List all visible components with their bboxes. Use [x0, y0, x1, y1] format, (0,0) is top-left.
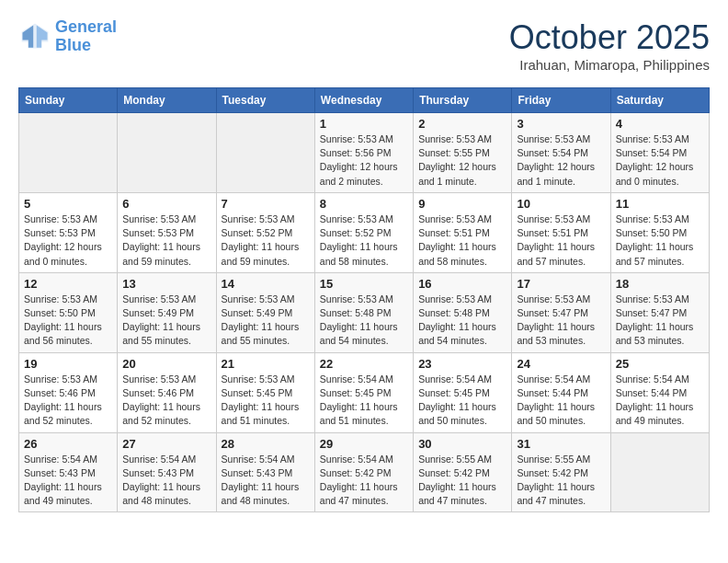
day-number: 29 [320, 437, 408, 451]
day-info: Sunrise: 5:54 AMSunset: 5:44 PMDaylight:… [517, 373, 605, 429]
calendar-week-row: 1Sunrise: 5:53 AMSunset: 5:56 PMDaylight… [19, 113, 710, 193]
day-number: 23 [418, 357, 506, 371]
day-info: Sunrise: 5:53 AMSunset: 5:45 PMDaylight:… [222, 373, 310, 429]
day-info: Sunrise: 5:53 AMSunset: 5:49 PMDaylight:… [222, 293, 310, 349]
day-number: 17 [517, 277, 605, 291]
calendar-day-cell: 27Sunrise: 5:54 AMSunset: 5:43 PMDayligh… [118, 432, 216, 512]
calendar-day-cell: 15Sunrise: 5:53 AMSunset: 5:48 PMDayligh… [314, 272, 413, 352]
day-of-week-header: Monday [118, 88, 216, 113]
calendar-week-row: 19Sunrise: 5:53 AMSunset: 5:46 PMDayligh… [19, 352, 710, 432]
day-info: Sunrise: 5:53 AMSunset: 5:48 PMDaylight:… [320, 293, 408, 349]
day-info: Sunrise: 5:53 AMSunset: 5:53 PMDaylight:… [24, 213, 112, 269]
day-number: 31 [517, 437, 605, 451]
calendar-day-cell: 19Sunrise: 5:53 AMSunset: 5:46 PMDayligh… [19, 352, 118, 432]
day-info: Sunrise: 5:54 AMSunset: 5:43 PMDaylight:… [222, 453, 310, 509]
day-info: Sunrise: 5:53 AMSunset: 5:55 PMDaylight:… [418, 132, 506, 189]
day-number: 21 [222, 357, 310, 371]
location: Irahuan, Mimaropa, Philippines [509, 57, 710, 73]
day-info: Sunrise: 5:53 AMSunset: 5:54 PMDaylight:… [616, 132, 704, 189]
calendar-day-cell: 16Sunrise: 5:53 AMSunset: 5:48 PMDayligh… [414, 272, 512, 352]
day-info: Sunrise: 5:53 AMSunset: 5:53 PMDaylight:… [122, 213, 210, 269]
calendar-day-cell: 9Sunrise: 5:53 AMSunset: 5:51 PMDaylight… [414, 192, 512, 272]
day-number: 22 [320, 357, 408, 371]
day-number: 4 [616, 117, 704, 131]
day-info: Sunrise: 5:53 AMSunset: 5:46 PMDaylight:… [24, 373, 112, 429]
calendar-day-cell: 6Sunrise: 5:53 AMSunset: 5:53 PMDaylight… [118, 192, 216, 272]
calendar-week-row: 26Sunrise: 5:54 AMSunset: 5:43 PMDayligh… [19, 432, 710, 512]
day-info: Sunrise: 5:54 AMSunset: 5:45 PMDaylight:… [320, 373, 408, 429]
calendar-day-cell: 13Sunrise: 5:53 AMSunset: 5:49 PMDayligh… [118, 272, 216, 352]
day-number: 7 [222, 197, 310, 211]
day-number: 10 [517, 197, 605, 211]
calendar-empty-cell [118, 113, 216, 193]
day-number: 16 [418, 277, 506, 291]
day-info: Sunrise: 5:54 AMSunset: 5:43 PMDaylight:… [24, 453, 112, 509]
day-number: 3 [517, 117, 605, 131]
day-number: 15 [320, 277, 408, 291]
day-info: Sunrise: 5:53 AMSunset: 5:50 PMDaylight:… [24, 293, 112, 349]
calendar-day-cell: 2Sunrise: 5:53 AMSunset: 5:55 PMDaylight… [414, 113, 512, 193]
calendar-day-cell: 8Sunrise: 5:53 AMSunset: 5:52 PMDaylight… [314, 192, 413, 272]
page-header: General Blue October 2025 Irahuan, Mimar… [18, 18, 710, 73]
day-info: Sunrise: 5:55 AMSunset: 5:42 PMDaylight:… [418, 453, 506, 509]
logo-icon [18, 20, 51, 53]
day-number: 11 [616, 197, 704, 211]
day-info: Sunrise: 5:53 AMSunset: 5:48 PMDaylight:… [418, 293, 506, 349]
title-block: October 2025 Irahuan, Mimaropa, Philippi… [509, 18, 710, 73]
day-info: Sunrise: 5:54 AMSunset: 5:45 PMDaylight:… [418, 373, 506, 429]
day-number: 30 [418, 437, 506, 451]
calendar-day-cell: 3Sunrise: 5:53 AMSunset: 5:54 PMDaylight… [512, 113, 610, 193]
day-number: 5 [24, 197, 112, 211]
day-number: 13 [122, 277, 210, 291]
day-number: 2 [418, 117, 506, 131]
day-number: 12 [24, 277, 112, 291]
day-info: Sunrise: 5:54 AMSunset: 5:42 PMDaylight:… [320, 453, 408, 509]
calendar-day-cell: 4Sunrise: 5:53 AMSunset: 5:54 PMDaylight… [610, 113, 709, 193]
calendar-day-cell: 28Sunrise: 5:54 AMSunset: 5:43 PMDayligh… [216, 432, 314, 512]
day-number: 9 [418, 197, 506, 211]
day-number: 8 [320, 197, 408, 211]
day-number: 27 [122, 437, 210, 451]
day-number: 25 [616, 357, 704, 371]
day-info: Sunrise: 5:55 AMSunset: 5:42 PMDaylight:… [517, 453, 605, 509]
day-of-week-header: Sunday [19, 88, 118, 113]
day-info: Sunrise: 5:53 AMSunset: 5:54 PMDaylight:… [517, 132, 605, 189]
calendar-week-row: 5Sunrise: 5:53 AMSunset: 5:53 PMDaylight… [19, 192, 710, 272]
day-info: Sunrise: 5:53 AMSunset: 5:50 PMDaylight:… [616, 213, 704, 269]
day-info: Sunrise: 5:54 AMSunset: 5:44 PMDaylight:… [616, 373, 704, 429]
calendar-day-cell: 10Sunrise: 5:53 AMSunset: 5:51 PMDayligh… [512, 192, 610, 272]
calendar-day-cell: 14Sunrise: 5:53 AMSunset: 5:49 PMDayligh… [216, 272, 314, 352]
calendar-day-cell: 26Sunrise: 5:54 AMSunset: 5:43 PMDayligh… [19, 432, 118, 512]
day-info: Sunrise: 5:53 AMSunset: 5:56 PMDaylight:… [320, 132, 408, 189]
day-number: 19 [24, 357, 112, 371]
month-title: October 2025 [509, 18, 710, 57]
calendar-day-cell: 29Sunrise: 5:54 AMSunset: 5:42 PMDayligh… [314, 432, 413, 512]
day-info: Sunrise: 5:53 AMSunset: 5:52 PMDaylight:… [222, 213, 310, 269]
day-of-week-header: Thursday [414, 88, 512, 113]
day-info: Sunrise: 5:54 AMSunset: 5:43 PMDaylight:… [122, 453, 210, 509]
day-info: Sunrise: 5:53 AMSunset: 5:47 PMDaylight:… [517, 293, 605, 349]
calendar-week-row: 12Sunrise: 5:53 AMSunset: 5:50 PMDayligh… [19, 272, 710, 352]
day-of-week-header: Wednesday [314, 88, 413, 113]
calendar-empty-cell [19, 113, 118, 193]
day-number: 1 [320, 117, 408, 131]
calendar-day-cell: 24Sunrise: 5:54 AMSunset: 5:44 PMDayligh… [512, 352, 610, 432]
day-number: 24 [517, 357, 605, 371]
calendar-day-cell: 31Sunrise: 5:55 AMSunset: 5:42 PMDayligh… [512, 432, 610, 512]
day-info: Sunrise: 5:53 AMSunset: 5:51 PMDaylight:… [517, 213, 605, 269]
calendar-day-cell: 30Sunrise: 5:55 AMSunset: 5:42 PMDayligh… [414, 432, 512, 512]
calendar-day-cell: 1Sunrise: 5:53 AMSunset: 5:56 PMDaylight… [314, 113, 413, 193]
calendar-day-cell: 25Sunrise: 5:54 AMSunset: 5:44 PMDayligh… [610, 352, 709, 432]
calendar-table: SundayMondayTuesdayWednesdayThursdayFrid… [18, 87, 710, 512]
calendar-day-cell: 5Sunrise: 5:53 AMSunset: 5:53 PMDaylight… [19, 192, 118, 272]
day-number: 6 [122, 197, 210, 211]
calendar-day-cell: 23Sunrise: 5:54 AMSunset: 5:45 PMDayligh… [414, 352, 512, 432]
day-info: Sunrise: 5:53 AMSunset: 5:47 PMDaylight:… [616, 293, 704, 349]
calendar-day-cell: 12Sunrise: 5:53 AMSunset: 5:50 PMDayligh… [19, 272, 118, 352]
day-number: 20 [122, 357, 210, 371]
logo-text: General Blue [55, 18, 117, 55]
logo: General Blue [18, 18, 117, 55]
day-number: 14 [222, 277, 310, 291]
calendar-header-row: SundayMondayTuesdayWednesdayThursdayFrid… [19, 88, 710, 113]
day-info: Sunrise: 5:53 AMSunset: 5:52 PMDaylight:… [320, 213, 408, 269]
